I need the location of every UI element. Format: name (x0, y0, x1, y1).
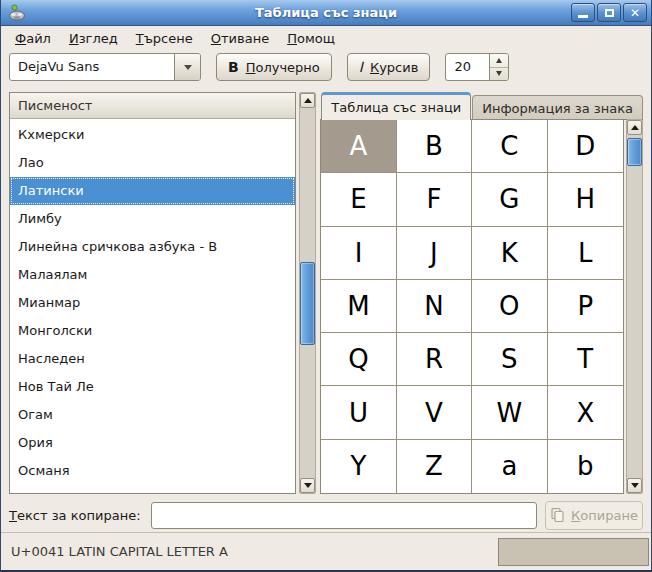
list-item-malayalam[interactable]: Малаялам (10, 261, 295, 289)
app-window: Таблица със знаци ✕ Файл Изглед Търсене … (0, 0, 652, 572)
copy-button[interactable]: Копиране (545, 501, 643, 530)
list-item-latin[interactable]: Латински (10, 177, 295, 205)
list-item-limbu[interactable]: Лимбу (10, 205, 295, 233)
close-button[interactable]: ✕ (623, 3, 647, 22)
scrollbar-thumb[interactable] (300, 262, 315, 345)
list-item-myanmar[interactable]: Мианмар (10, 289, 295, 317)
titlebar[interactable]: Таблица със знаци ✕ (1, 0, 651, 26)
copy-icon (550, 507, 566, 523)
char-cell[interactable]: S (472, 333, 547, 386)
char-cell[interactable]: a (472, 440, 547, 493)
maximize-icon (605, 9, 614, 17)
menu-help[interactable]: Помощ (279, 28, 343, 49)
italic-toggle-button[interactable]: I Курсив (347, 53, 431, 81)
char-cell[interactable]: b (548, 440, 623, 493)
close-icon: ✕ (630, 7, 640, 19)
char-cell[interactable]: D (548, 120, 623, 173)
char-cell[interactable]: X (548, 386, 623, 439)
char-cell[interactable]: W (472, 386, 547, 439)
scrollbar-thumb[interactable] (627, 138, 642, 166)
spin-down-button[interactable] (490, 68, 508, 81)
copy-text-label: Текст за копиране: (9, 508, 143, 523)
chartable-pane: Таблица със знаци Информация за знака A … (320, 92, 643, 494)
char-cell[interactable]: P (548, 280, 623, 333)
bold-label: Получерно (246, 60, 320, 75)
char-cell[interactable]: B (397, 120, 472, 173)
font-combo-dropdown-button[interactable] (174, 54, 200, 80)
menu-view[interactable]: Изглед (61, 28, 126, 49)
char-cell[interactable]: K (472, 227, 547, 280)
script-column-header[interactable]: Писменост (10, 93, 295, 119)
list-item-linear-b[interactable]: Линейна сричкова азбука - В (10, 233, 295, 261)
list-item-inherited[interactable]: Наследен (10, 345, 295, 373)
char-cell[interactable]: U (321, 386, 396, 439)
bold-toggle-button[interactable]: B Получерно (216, 53, 332, 81)
app-icon (7, 3, 27, 23)
tab-character-table[interactable]: Таблица със знаци (321, 92, 471, 120)
list-item-new-tai-lue[interactable]: Нов Тай Ле (10, 373, 295, 401)
char-cell[interactable]: A (321, 120, 396, 173)
menu-file[interactable]: Файл (7, 28, 59, 49)
char-cell[interactable]: C (472, 120, 547, 173)
tabbar: Таблица със знаци Информация за знака (320, 92, 643, 120)
char-cell[interactable]: N (397, 280, 472, 333)
menu-search[interactable]: Търсене (128, 28, 201, 49)
copy-text-input[interactable] (151, 502, 537, 529)
list-item-lao[interactable]: Лао (10, 149, 295, 177)
scroll-down-button[interactable] (627, 478, 642, 493)
char-cell[interactable]: H (548, 173, 623, 226)
char-cell[interactable]: E (321, 173, 396, 226)
char-cell[interactable]: V (397, 386, 472, 439)
italic-icon: I (359, 59, 363, 75)
chevron-down-icon (184, 65, 192, 70)
char-cell[interactable]: Z (397, 440, 472, 493)
spin-up-icon (496, 58, 502, 63)
script-list-scrollbar[interactable] (299, 92, 316, 494)
toolbar: DejaVu Sans B Получерно I Курсив 20 (1, 50, 651, 88)
char-cell[interactable]: G (472, 173, 547, 226)
char-cell[interactable]: Q (321, 333, 396, 386)
character-grid: A B C D E F G H I J K L M N O P Q (320, 119, 624, 494)
arrow-down-icon (304, 483, 312, 488)
minimize-button[interactable] (571, 3, 595, 22)
char-cell[interactable]: M (321, 280, 396, 333)
script-pane: Писменост Кхмерски Лао Латински Лимбу Ли… (9, 92, 316, 494)
char-cell[interactable]: I (321, 227, 396, 280)
char-cell[interactable]: Y (321, 440, 396, 493)
list-item-oriya[interactable]: Ория (10, 429, 295, 457)
script-list: Писменост Кхмерски Лао Латински Лимбу Ли… (9, 92, 296, 494)
menu-go[interactable]: Отиване (203, 28, 277, 49)
scrollbar-trough[interactable] (300, 108, 315, 478)
bold-icon: B (228, 59, 239, 75)
list-item-osmanya[interactable]: Османя (10, 457, 295, 485)
font-family-combo[interactable]: DejaVu Sans (9, 53, 201, 81)
menubar: Файл Изглед Търсене Отиване Помощ (1, 26, 651, 50)
font-family-value: DejaVu Sans (10, 54, 174, 80)
arrow-up-icon (631, 125, 639, 130)
scroll-up-button[interactable] (300, 93, 315, 108)
character-grid-scrollbar[interactable] (626, 119, 643, 494)
list-item-mongolian[interactable]: Монголски (10, 317, 295, 345)
scroll-up-button[interactable] (627, 120, 642, 135)
char-cell[interactable]: R (397, 333, 472, 386)
font-size-spinner[interactable]: 20 (445, 53, 509, 81)
list-item-ogham[interactable]: Огам (10, 401, 295, 429)
copy-button-label: Копиране (571, 508, 638, 523)
status-bar: U+0041 LATIN CAPITAL LETTER A (1, 532, 651, 570)
tab-character-details[interactable]: Информация за знака (472, 95, 643, 120)
spin-down-icon (496, 71, 502, 76)
char-cell[interactable]: J (397, 227, 472, 280)
main-area: Писменост Кхмерски Лао Латински Лимбу Ли… (1, 88, 651, 498)
copy-bar: Текст за копиране: Копиране (1, 498, 651, 532)
char-cell[interactable]: F (397, 173, 472, 226)
char-cell[interactable]: O (472, 280, 547, 333)
character-status-text: U+0041 LATIN CAPITAL LETTER A (11, 544, 228, 559)
scrollbar-trough[interactable] (627, 135, 642, 478)
list-item-khmer[interactable]: Кхмерски (10, 121, 295, 149)
scroll-down-button[interactable] (300, 478, 315, 493)
maximize-button[interactable] (597, 3, 621, 22)
spin-up-button[interactable] (490, 54, 508, 68)
char-cell[interactable]: L (548, 227, 623, 280)
window-title: Таблица със знаци (1, 5, 651, 20)
char-cell[interactable]: T (548, 333, 623, 386)
